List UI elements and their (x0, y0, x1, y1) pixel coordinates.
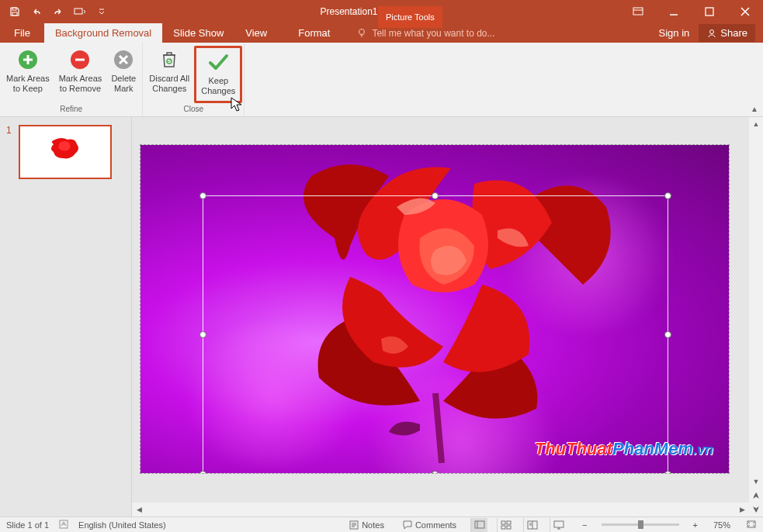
comments-button[interactable]: Comments (398, 520, 461, 530)
prev-slide-icon[interactable]: ⮝ (749, 489, 763, 503)
slide-canvas: ThuThuatPhanMem.vn (140, 125, 747, 489)
svg-point-5 (359, 29, 365, 34)
slideshow-view-icon[interactable] (550, 518, 567, 532)
next-slide-icon[interactable]: ⮟ (749, 503, 763, 516)
tab-slide-show[interactable]: Slide Show (162, 23, 234, 43)
share-label: Share (720, 27, 747, 39)
spellcheck-icon[interactable] (58, 519, 69, 531)
scroll-down-icon[interactable]: ▼ (749, 475, 763, 489)
zoom-slider[interactable] (602, 523, 679, 526)
slide-thumbnails-panel[interactable]: 1 (0, 117, 132, 516)
svg-rect-16 (501, 526, 505, 529)
delete-mark-button[interactable]: Delete Mark (106, 46, 140, 103)
picture-object[interactable]: ThuThuatPhanMem.vn (140, 144, 730, 474)
resize-handle[interactable] (432, 471, 439, 473)
save-icon[interactable] (6, 3, 23, 20)
reading-view-icon[interactable] (523, 518, 540, 532)
slide-counter[interactable]: Slide 1 of 1 (6, 520, 49, 530)
delete-circle-icon (111, 47, 136, 72)
keep-changes-button[interactable]: Keep Changes (194, 46, 242, 103)
zoom-level[interactable]: 75% (713, 520, 730, 530)
sign-in-link[interactable]: Sign in (659, 27, 690, 39)
thumbnail-item[interactable]: 1 (6, 125, 125, 179)
resize-handle[interactable] (199, 192, 206, 199)
horizontal-scrollbar[interactable]: ◀ ▶ (132, 503, 749, 516)
resize-handle[interactable] (199, 331, 206, 338)
minus-circle-icon (68, 47, 92, 72)
vertical-scrollbar[interactable]: ▲ ▼ ⮝ ⮟ (749, 117, 763, 516)
svg-rect-17 (507, 526, 511, 529)
svg-rect-0 (12, 8, 16, 10)
scroll-right-icon[interactable]: ▶ (735, 503, 749, 516)
qat-customize-icon[interactable] (93, 3, 110, 20)
discard-all-changes-button[interactable]: Discard All Changes (144, 46, 194, 103)
contextual-tab-header: Picture Tools (378, 6, 442, 28)
resize-handle[interactable] (664, 331, 671, 338)
undo-icon[interactable] (28, 3, 45, 20)
tab-view[interactable]: View (234, 23, 278, 43)
svg-rect-4 (706, 8, 713, 16)
resize-handle[interactable] (664, 192, 671, 199)
tab-background-removal[interactable]: Background Removal (44, 23, 162, 43)
svg-rect-19 (554, 521, 564, 527)
svg-rect-13 (475, 521, 484, 528)
svg-point-6 (710, 29, 714, 33)
plus-circle-icon (16, 47, 40, 72)
svg-rect-14 (501, 521, 505, 524)
keep-label: Keep Changes (201, 76, 235, 96)
background-removal-preview: ThuThuatPhanMem.vn (140, 145, 729, 473)
svg-rect-2 (75, 9, 82, 14)
collapse-ribbon-icon[interactable]: ▲ (751, 105, 758, 113)
resize-handle[interactable] (664, 471, 671, 473)
normal-view-icon[interactable] (470, 518, 487, 532)
thumbnail-preview[interactable] (19, 125, 112, 179)
svg-rect-3 (633, 8, 643, 15)
mark-areas-to-remove-button[interactable]: Mark Areas to Remove (54, 46, 107, 103)
ribbon-display-options-icon[interactable] (620, 0, 656, 23)
tab-file[interactable]: File (0, 23, 44, 43)
slide-sorter-view-icon[interactable] (497, 518, 514, 532)
scroll-left-icon[interactable]: ◀ (132, 503, 146, 516)
notes-icon (349, 520, 359, 530)
close-icon[interactable] (727, 0, 763, 23)
trash-icon (157, 47, 182, 72)
check-icon (206, 50, 231, 74)
close-group-label: Close (184, 103, 204, 115)
mark-keep-label: Mark Areas to Keep (6, 74, 50, 94)
fit-to-window-icon[interactable] (746, 520, 757, 530)
ribbon-group-close: Discard All Changes Keep Changes Close (143, 43, 245, 116)
window-controls (620, 0, 763, 23)
ribbon: Mark Areas to Keep Mark Areas to Remove … (0, 43, 763, 117)
workspace: 1 (0, 117, 763, 516)
minimize-icon[interactable] (656, 0, 692, 23)
thumbnail-number: 1 (6, 125, 14, 179)
zoom-in-icon[interactable]: + (693, 520, 698, 530)
quick-access-toolbar (0, 3, 110, 20)
redo-icon[interactable] (50, 3, 67, 20)
tell-me-placeholder: Tell me what you want to do... (372, 28, 494, 39)
scroll-up-icon[interactable]: ▲ (749, 117, 763, 131)
tab-format[interactable]: Format (287, 23, 341, 43)
start-from-beginning-icon[interactable] (71, 3, 88, 20)
titlebar-center: Picture Tools Presentation1 - PowerPoint (110, 6, 620, 17)
discard-label: Discard All Changes (149, 74, 189, 94)
resize-handle[interactable] (432, 192, 439, 199)
tell-me-search[interactable]: Tell me what you want to do... (356, 28, 494, 39)
zoom-out-icon[interactable]: − (582, 520, 587, 530)
share-icon (706, 28, 717, 39)
slide-editor[interactable]: ThuThuatPhanMem.vn ▲ ▼ (132, 117, 763, 516)
lightbulb-icon (356, 28, 367, 39)
refine-group-label: Refine (60, 103, 82, 115)
crop-selection-box[interactable] (203, 195, 668, 473)
rose-thumbnail-icon (38, 135, 92, 170)
share-button[interactable]: Share (699, 24, 755, 42)
language-indicator[interactable]: English (United States) (78, 520, 166, 530)
mark-areas-to-keep-button[interactable]: Mark Areas to Keep (2, 46, 54, 103)
comments-icon (403, 520, 412, 530)
zoom-slider-thumb[interactable] (638, 520, 643, 529)
notes-button[interactable]: Notes (345, 520, 389, 530)
svg-rect-15 (507, 521, 511, 524)
delete-mark-label: Delete Mark (111, 74, 136, 94)
maximize-icon[interactable] (692, 0, 727, 23)
resize-handle[interactable] (199, 471, 206, 473)
